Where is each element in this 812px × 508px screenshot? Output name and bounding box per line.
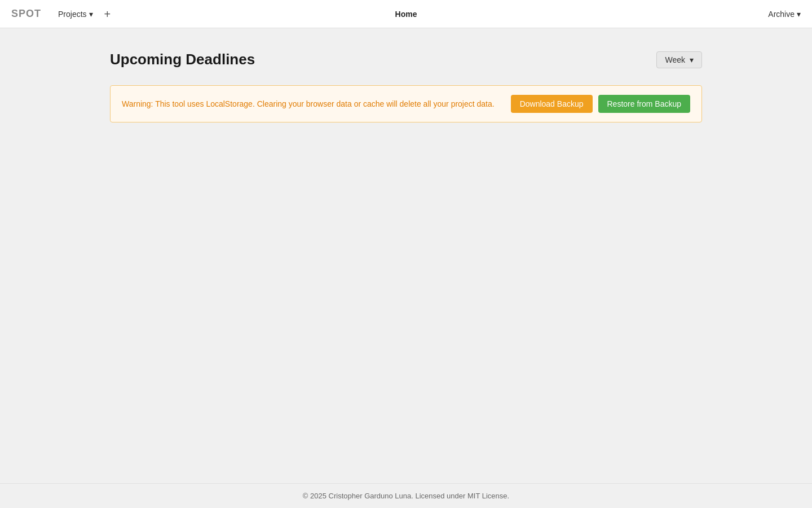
warning-text: Warning: This tool uses LocalStorage. Cl… bbox=[122, 99, 500, 108]
footer: © 2025 Cristopher Garduno Luna. Licensed… bbox=[0, 483, 812, 508]
page-title: Upcoming Deadlines bbox=[110, 51, 255, 68]
warning-banner: Warning: This tool uses LocalStorage. Cl… bbox=[110, 85, 702, 122]
archive-label: Archive bbox=[768, 10, 795, 19]
projects-label: Projects bbox=[58, 10, 87, 19]
footer-text: © 2025 Cristopher Garduno Luna. Licensed… bbox=[303, 492, 509, 500]
projects-arrow-icon: ▾ bbox=[89, 10, 93, 19]
archive-arrow-icon: ▾ bbox=[797, 10, 801, 19]
download-backup-button[interactable]: Download Backup bbox=[511, 95, 593, 113]
nav-right-section: Archive ▾ bbox=[768, 10, 801, 19]
nav-left-section: Projects ▾ + bbox=[58, 8, 111, 20]
add-project-button[interactable]: + bbox=[104, 8, 111, 20]
warning-actions: Download Backup Restore from Backup bbox=[511, 95, 690, 113]
nav-center-section: Home bbox=[395, 9, 417, 19]
home-link[interactable]: Home bbox=[395, 10, 417, 19]
page-header: Upcoming Deadlines Week ▾ bbox=[110, 51, 702, 68]
archive-menu[interactable]: Archive ▾ bbox=[768, 10, 801, 19]
navbar: SPOT Projects ▾ + Home Archive ▾ bbox=[0, 0, 812, 28]
restore-backup-button[interactable]: Restore from Backup bbox=[598, 95, 691, 113]
projects-menu[interactable]: Projects ▾ bbox=[58, 10, 93, 19]
main-content: Upcoming Deadlines Week ▾ Warning: This … bbox=[0, 28, 812, 483]
week-selector-arrow-icon: ▾ bbox=[690, 55, 694, 64]
app-logo: SPOT bbox=[11, 8, 41, 20]
week-selector[interactable]: Week ▾ bbox=[656, 51, 702, 68]
week-selector-label: Week bbox=[665, 55, 685, 64]
